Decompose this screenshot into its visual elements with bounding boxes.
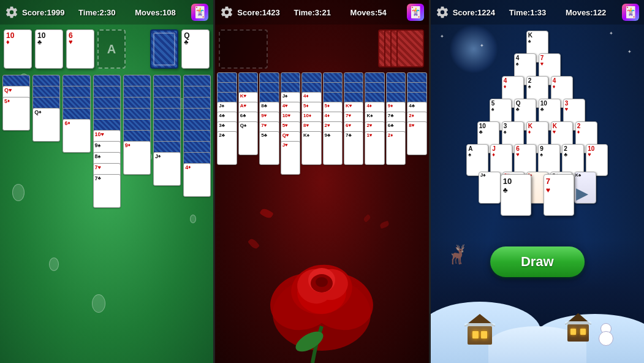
spider-card-last[interactable]: 9♣ [323, 131, 343, 165]
spider-card-last[interactable]: 5♣ [259, 131, 279, 165]
card-back[interactable] [63, 108, 90, 120]
stock-card-3[interactable]: 6 ♥ [66, 29, 94, 69]
column-7: 4 ♦ [183, 75, 211, 289]
deal-card-1[interactable]: 10 ♣ [501, 174, 531, 216]
stock-card-2[interactable]: 10 ♣ [35, 29, 63, 69]
card-back[interactable] [153, 75, 181, 87]
card-face-last[interactable]: 7 ♣ [93, 174, 121, 208]
column-5: 9 ♦ [123, 75, 151, 289]
top-bar-1: Score:1999 Time:2:30 Moves:108 🃏 [0, 0, 213, 25]
card-face-last[interactable]: 4 ♦ [183, 163, 211, 197]
card-back[interactable] [183, 152, 211, 164]
card-back[interactable] [123, 130, 151, 142]
gear-icon-3[interactable] [436, 6, 449, 19]
card-back[interactable] [183, 75, 211, 87]
spider-deck[interactable] [400, 29, 424, 67]
face-card[interactable]: Q ♣ [181, 29, 210, 69]
spider-card-last[interactable]: 2♣ [217, 131, 237, 165]
time-3: Time:1:33 [509, 8, 562, 17]
empty-slot[interactable]: A [97, 29, 126, 69]
gear-icon-2[interactable] [220, 6, 233, 19]
time-2: Time:3:21 [294, 8, 346, 17]
column-2: Q ♠ [32, 75, 60, 289]
card-back[interactable] [153, 97, 181, 109]
snowman [599, 323, 613, 346]
card-back[interactable] [93, 86, 121, 98]
card-face-last[interactable]: J ♠ [153, 152, 181, 186]
card-back[interactable] [2, 75, 30, 87]
panel-spider: Score:1423 Time:3:21 Moves:54 🃏 J♠ 4♣ 3♣… [215, 0, 428, 363]
card-back[interactable] [153, 119, 181, 131]
card-face[interactable]: Q♥ [2, 86, 30, 98]
card-face[interactable]: 7♥ [93, 163, 121, 175]
card-back[interactable] [183, 108, 211, 120]
droplet [92, 294, 105, 313]
card-back[interactable] [93, 75, 121, 87]
card-back[interactable] [63, 75, 90, 87]
card-back[interactable] [183, 141, 211, 153]
card-back[interactable] [153, 130, 181, 142]
moves-1: Moves:108 [135, 8, 188, 17]
spider-card-last[interactable]: 7♣ [344, 131, 363, 165]
card-back[interactable] [153, 141, 181, 153]
stats-1: Score:1999 [22, 8, 75, 17]
spider-col-1: J♠ 4♣ 3♣ 2♣ [217, 72, 237, 336]
card-back[interactable] [183, 119, 211, 131]
stock-card[interactable]: 10 ♦ [4, 29, 32, 69]
house-right [567, 324, 589, 342]
card-back[interactable] [123, 86, 151, 98]
spider-card-last[interactable]: 8♥ [407, 121, 426, 155]
spider-card-last[interactable]: J♥ [281, 141, 300, 175]
spider-card-last[interactable]: Q♠ [238, 121, 258, 155]
card-back[interactable] [183, 97, 211, 109]
moves-2: Moves:54 [350, 8, 403, 17]
deck-stack-4[interactable] [396, 29, 424, 67]
spider-card-last[interactable]: 1♥ [365, 131, 384, 165]
deck-card[interactable] [150, 29, 178, 69]
card-face-last[interactable]: 6 ♦ [63, 119, 90, 153]
card-back[interactable] [32, 97, 60, 109]
card-back[interactable] [93, 108, 121, 120]
sleigh-silhouette: 🦌 [446, 243, 469, 265]
pyramid-card[interactable]: J♠ [479, 172, 501, 204]
card-back[interactable] [32, 86, 60, 98]
svg-point-9 [316, 277, 328, 287]
card-back[interactable] [32, 75, 60, 87]
card-back[interactable] [123, 108, 151, 120]
card-back[interactable] [63, 86, 90, 98]
card-back[interactable] [183, 86, 211, 98]
spider-card-last[interactable]: 2♦ [386, 131, 406, 165]
top-bar-3: Score:1224 Time:1:33 Moves:122 🃏 [431, 0, 644, 25]
moves-3: Moves:122 [566, 8, 618, 17]
game-icon-2: 🃏 [407, 4, 424, 21]
column-6: J ♠ [153, 75, 181, 289]
draw-button[interactable]: Draw [490, 246, 585, 277]
spider-col-10: 4♣ 2♦ 8♥ [407, 72, 426, 336]
card-face[interactable]: 10♥ [93, 130, 121, 142]
card-face-last[interactable]: 5 ♦ [2, 97, 30, 131]
card-back[interactable] [123, 97, 151, 109]
card-back[interactable] [153, 108, 181, 120]
card-back[interactable] [93, 119, 121, 131]
card-back[interactable] [183, 130, 211, 142]
column-1: Q♥ 5 ♦ [2, 75, 30, 289]
card-back[interactable] [153, 86, 181, 98]
card-back[interactable] [123, 75, 151, 87]
rose-decoration [236, 204, 407, 363]
spider-card-last[interactable]: K♠ [301, 131, 321, 165]
card-face-last[interactable]: 9 ♦ [123, 141, 151, 175]
card-face[interactable]: 9♠ [93, 141, 121, 153]
bottom-deal-cards: 10 ♣ 7 ♥ [501, 174, 574, 216]
column-3: 6 ♦ [63, 75, 90, 289]
arrow-icon: ▶ [576, 185, 587, 202]
card-back[interactable] [63, 97, 90, 109]
card-back[interactable] [93, 97, 121, 109]
card-back[interactable] [123, 119, 151, 131]
card-face[interactable]: 8♠ [93, 152, 121, 164]
gear-icon-1[interactable] [5, 6, 18, 19]
time-1: Time:2:30 [78, 8, 131, 17]
panel-pyramid: Score:1224 Time:1:33 Moves:122 🃏 ✦ ✦ ✦ ✦… [431, 0, 644, 363]
deal-card-2[interactable]: 7 ♥ [544, 174, 574, 216]
top-bar-2: Score:1423 Time:3:21 Moves:54 🃏 [215, 0, 428, 25]
card-face-last[interactable]: Q ♠ [32, 108, 60, 142]
